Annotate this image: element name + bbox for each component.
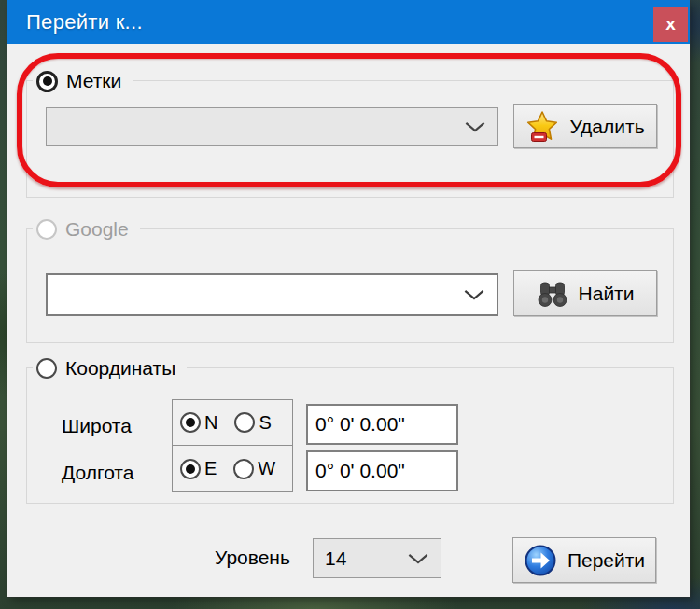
longitude-east-option[interactable]: E [180, 458, 217, 479]
coords-radio-row[interactable]: Координаты [33, 354, 187, 382]
find-button-label: Найти [579, 283, 635, 305]
coords-radio-label: Координаты [65, 357, 175, 380]
level-value: 14 [314, 547, 346, 570]
chevron-down-icon [408, 553, 428, 564]
marks-radio[interactable] [36, 71, 58, 92]
binoculars-icon [537, 280, 568, 308]
latitude-south-option[interactable]: S [234, 412, 271, 434]
south-radio[interactable] [234, 412, 255, 433]
google-radio-label: Google [65, 218, 129, 241]
marks-groupbox: Метки Удалить [26, 80, 674, 198]
east-label: E [204, 458, 217, 479]
coords-radio[interactable] [36, 358, 57, 379]
close-button[interactable]: x [653, 7, 688, 42]
marks-radio-row[interactable]: Метки [33, 67, 133, 95]
marks-radio-label: Метки [66, 70, 121, 92]
latitude-label: Широта [62, 415, 132, 437]
close-icon: x [665, 14, 676, 35]
longitude-input[interactable]: 0° 0' 0.00" [306, 450, 458, 491]
marks-combobox[interactable] [46, 107, 498, 146]
longitude-direction-box: E W [172, 445, 293, 492]
latitude-input[interactable]: 0° 0' 0.00" [306, 404, 458, 445]
longitude-west-option[interactable]: W [233, 458, 275, 479]
star-minus-icon [525, 110, 559, 144]
west-radio[interactable] [233, 459, 254, 479]
chevron-down-icon [464, 289, 484, 300]
latitude-direction-box: N S [172, 399, 293, 446]
delete-button[interactable]: Удалить [513, 104, 657, 148]
google-search-combobox[interactable] [46, 273, 498, 316]
west-label: W [258, 458, 275, 479]
find-button[interactable]: Найти [513, 270, 657, 316]
go-button[interactable]: Перейти [512, 537, 656, 583]
go-button-label: Перейти [567, 549, 645, 572]
google-radio[interactable] [36, 219, 57, 240]
level-label: Уровень [215, 547, 290, 569]
goto-dialog: Перейти к... x Метки [7, 0, 690, 597]
longitude-value: 0° 0' 0.00" [315, 460, 405, 482]
latitude-value: 0° 0' 0.00" [315, 413, 405, 436]
level-combobox[interactable]: 14 [313, 538, 441, 578]
longitude-label: Долгота [62, 462, 133, 484]
arrow-right-circle-icon [524, 544, 557, 577]
delete-button-label: Удалить [569, 116, 644, 138]
coords-groupbox: Координаты Широта N S 0° 0' 0.00" Долгот… [26, 367, 674, 504]
north-label: N [204, 412, 217, 434]
south-label: S [259, 412, 271, 434]
chevron-down-icon [465, 121, 485, 132]
google-radio-row[interactable]: Google [33, 215, 140, 243]
google-groupbox: Google [26, 228, 674, 343]
titlebar[interactable]: Перейти к... x [7, 0, 690, 44]
north-radio[interactable] [180, 412, 201, 433]
window-title: Перейти к... [7, 10, 143, 35]
east-radio[interactable] [180, 459, 201, 479]
latitude-north-option[interactable]: N [180, 412, 217, 434]
